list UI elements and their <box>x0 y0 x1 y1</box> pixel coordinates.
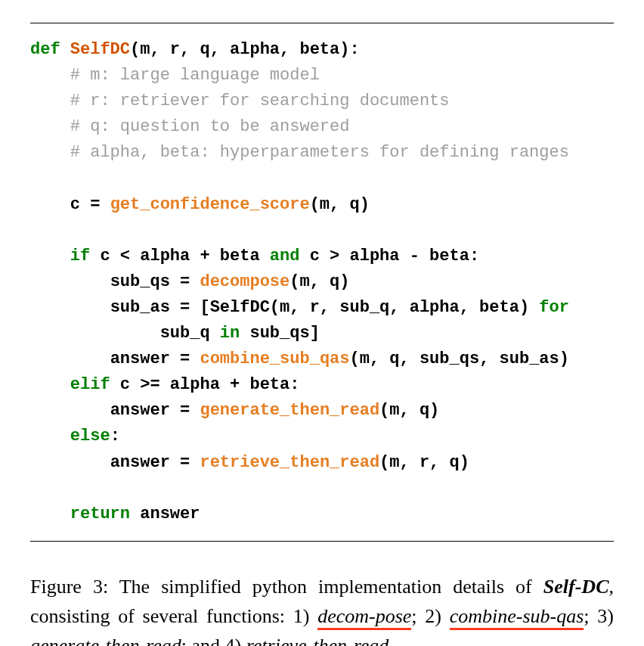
fn-label-retrieve-then-read: retrieve-then-read <box>246 635 389 646</box>
subas-end: sub_qs] <box>240 324 320 343</box>
fn-combine-sub-qas: combine_sub_qas <box>200 349 349 368</box>
sep1: ; 2) <box>411 605 449 627</box>
decompose-args: (m, q) <box>289 272 349 291</box>
cond1b: c > alpha - beta: <box>299 247 479 266</box>
keyword-return: return <box>70 505 130 523</box>
return-value: answer <box>130 505 200 523</box>
comment-m: # m: large language model <box>70 66 320 85</box>
fn-label-generate-then-read: generate-then-read <box>30 635 181 646</box>
params: (m, r, q, alpha, beta): <box>130 40 360 59</box>
sep2: ; 3) <box>584 605 614 627</box>
caption-prefix: Figure 3: The simplified python implemen… <box>30 576 543 598</box>
gen-args: (m, q) <box>379 401 439 420</box>
combine-args: (m, q, sub_qs, sub_as) <box>350 349 569 368</box>
keyword-elif: elif <box>70 375 110 394</box>
figure-caption: Figure 3: The simplified python implemen… <box>30 572 614 646</box>
keyword-else: else <box>70 427 110 446</box>
keyword-in: in <box>220 324 240 343</box>
answer-eq-3: answer = <box>110 453 200 472</box>
keyword-for: for <box>539 298 569 317</box>
fn-generate-then-read: generate_then_read <box>200 401 379 420</box>
keyword-if: if <box>70 247 90 266</box>
comment-q: # q: question to be answered <box>70 117 350 136</box>
subqs-lhs: sub_qs = <box>110 272 200 291</box>
fn-label-decompose: decom-pose <box>317 605 411 630</box>
caption-selfdc: Self-DC <box>543 576 609 598</box>
function-name-selfdc: SelfDC <box>70 40 130 59</box>
answer-eq-1: answer = <box>110 349 200 368</box>
cond1a: c < alpha + beta <box>90 247 270 266</box>
get-conf-args: (m, q) <box>310 195 370 214</box>
fn-get-confidence-score: get_confidence_score <box>110 195 310 214</box>
answer-eq-2: answer = <box>110 401 200 420</box>
fn-decompose: decompose <box>200 272 289 291</box>
caption-end: . <box>389 635 394 646</box>
keyword-and: and <box>270 247 300 266</box>
c-equals: c = <box>70 195 110 214</box>
comment-alpha-beta: # alpha, beta: hyperparameters for defin… <box>70 143 569 162</box>
code-block: def SelfDC(m, r, q, alpha, beta): # m: l… <box>30 23 614 542</box>
fn-label-combine-sub-qas: combine-sub-qas <box>450 605 584 630</box>
ret-args: (m, r, q) <box>379 453 469 472</box>
colon: : <box>110 427 120 446</box>
fn-retrieve-then-read: retrieve_then_read <box>200 453 379 472</box>
keyword-def: def <box>30 40 60 59</box>
cond2: c >= alpha + beta: <box>110 375 300 394</box>
sep3: ; and 4) <box>181 635 246 646</box>
comment-r: # r: retriever for searching documents <box>70 92 450 110</box>
subas-lhs: sub_as = [SelfDC(m, r, sub_q, alpha, bet… <box>110 298 540 317</box>
subas-cont: sub_q <box>160 324 220 343</box>
